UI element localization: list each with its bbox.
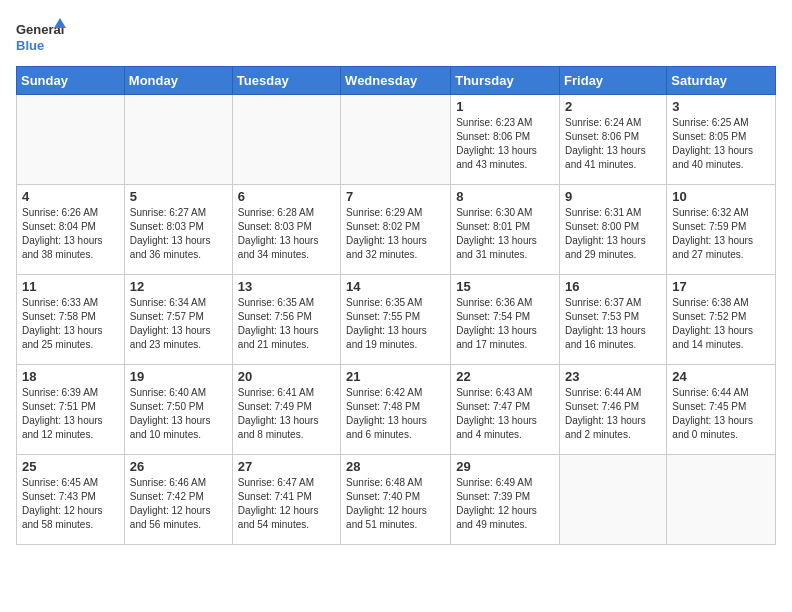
day-number: 8 xyxy=(456,189,554,204)
calendar-week-row: 11Sunrise: 6:33 AMSunset: 7:58 PMDayligh… xyxy=(17,275,776,365)
day-number: 7 xyxy=(346,189,445,204)
day-number: 21 xyxy=(346,369,445,384)
day-info: Sunrise: 6:23 AMSunset: 8:06 PMDaylight:… xyxy=(456,116,554,172)
day-info: Sunrise: 6:41 AMSunset: 7:49 PMDaylight:… xyxy=(238,386,335,442)
day-info: Sunrise: 6:36 AMSunset: 7:54 PMDaylight:… xyxy=(456,296,554,352)
day-of-week-header: Tuesday xyxy=(232,67,340,95)
day-number: 15 xyxy=(456,279,554,294)
calendar-cell: 14Sunrise: 6:35 AMSunset: 7:55 PMDayligh… xyxy=(341,275,451,365)
calendar-cell: 19Sunrise: 6:40 AMSunset: 7:50 PMDayligh… xyxy=(124,365,232,455)
calendar-cell: 22Sunrise: 6:43 AMSunset: 7:47 PMDayligh… xyxy=(451,365,560,455)
calendar-cell: 6Sunrise: 6:28 AMSunset: 8:03 PMDaylight… xyxy=(232,185,340,275)
calendar-cell: 13Sunrise: 6:35 AMSunset: 7:56 PMDayligh… xyxy=(232,275,340,365)
day-number: 11 xyxy=(22,279,119,294)
calendar-cell: 1Sunrise: 6:23 AMSunset: 8:06 PMDaylight… xyxy=(451,95,560,185)
day-of-week-header: Saturday xyxy=(667,67,776,95)
day-number: 16 xyxy=(565,279,661,294)
calendar-cell xyxy=(232,95,340,185)
day-info: Sunrise: 6:24 AMSunset: 8:06 PMDaylight:… xyxy=(565,116,661,172)
calendar-cell: 12Sunrise: 6:34 AMSunset: 7:57 PMDayligh… xyxy=(124,275,232,365)
day-info: Sunrise: 6:31 AMSunset: 8:00 PMDaylight:… xyxy=(565,206,661,262)
calendar-cell: 20Sunrise: 6:41 AMSunset: 7:49 PMDayligh… xyxy=(232,365,340,455)
day-info: Sunrise: 6:42 AMSunset: 7:48 PMDaylight:… xyxy=(346,386,445,442)
day-info: Sunrise: 6:33 AMSunset: 7:58 PMDaylight:… xyxy=(22,296,119,352)
day-number: 14 xyxy=(346,279,445,294)
calendar-cell: 4Sunrise: 6:26 AMSunset: 8:04 PMDaylight… xyxy=(17,185,125,275)
day-info: Sunrise: 6:47 AMSunset: 7:41 PMDaylight:… xyxy=(238,476,335,532)
day-info: Sunrise: 6:40 AMSunset: 7:50 PMDaylight:… xyxy=(130,386,227,442)
calendar-cell: 7Sunrise: 6:29 AMSunset: 8:02 PMDaylight… xyxy=(341,185,451,275)
day-number: 20 xyxy=(238,369,335,384)
day-number: 12 xyxy=(130,279,227,294)
day-number: 18 xyxy=(22,369,119,384)
calendar-cell: 16Sunrise: 6:37 AMSunset: 7:53 PMDayligh… xyxy=(560,275,667,365)
day-info: Sunrise: 6:44 AMSunset: 7:45 PMDaylight:… xyxy=(672,386,770,442)
calendar-cell: 3Sunrise: 6:25 AMSunset: 8:05 PMDaylight… xyxy=(667,95,776,185)
calendar-week-row: 1Sunrise: 6:23 AMSunset: 8:06 PMDaylight… xyxy=(17,95,776,185)
calendar: SundayMondayTuesdayWednesdayThursdayFrid… xyxy=(16,66,776,545)
calendar-cell: 10Sunrise: 6:32 AMSunset: 7:59 PMDayligh… xyxy=(667,185,776,275)
day-info: Sunrise: 6:45 AMSunset: 7:43 PMDaylight:… xyxy=(22,476,119,532)
day-of-week-header: Thursday xyxy=(451,67,560,95)
day-number: 4 xyxy=(22,189,119,204)
day-number: 6 xyxy=(238,189,335,204)
day-info: Sunrise: 6:27 AMSunset: 8:03 PMDaylight:… xyxy=(130,206,227,262)
day-info: Sunrise: 6:35 AMSunset: 7:56 PMDaylight:… xyxy=(238,296,335,352)
calendar-cell: 27Sunrise: 6:47 AMSunset: 7:41 PMDayligh… xyxy=(232,455,340,545)
header: General Blue xyxy=(16,16,776,58)
svg-text:Blue: Blue xyxy=(16,38,44,53)
calendar-week-row: 18Sunrise: 6:39 AMSunset: 7:51 PMDayligh… xyxy=(17,365,776,455)
calendar-week-row: 4Sunrise: 6:26 AMSunset: 8:04 PMDaylight… xyxy=(17,185,776,275)
day-number: 28 xyxy=(346,459,445,474)
day-info: Sunrise: 6:46 AMSunset: 7:42 PMDaylight:… xyxy=(130,476,227,532)
calendar-cell: 23Sunrise: 6:44 AMSunset: 7:46 PMDayligh… xyxy=(560,365,667,455)
day-info: Sunrise: 6:34 AMSunset: 7:57 PMDaylight:… xyxy=(130,296,227,352)
day-number: 13 xyxy=(238,279,335,294)
calendar-cell: 29Sunrise: 6:49 AMSunset: 7:39 PMDayligh… xyxy=(451,455,560,545)
day-number: 22 xyxy=(456,369,554,384)
day-info: Sunrise: 6:48 AMSunset: 7:40 PMDaylight:… xyxy=(346,476,445,532)
calendar-header-row: SundayMondayTuesdayWednesdayThursdayFrid… xyxy=(17,67,776,95)
day-of-week-header: Wednesday xyxy=(341,67,451,95)
day-info: Sunrise: 6:39 AMSunset: 7:51 PMDaylight:… xyxy=(22,386,119,442)
calendar-cell xyxy=(17,95,125,185)
day-number: 5 xyxy=(130,189,227,204)
calendar-cell: 8Sunrise: 6:30 AMSunset: 8:01 PMDaylight… xyxy=(451,185,560,275)
day-number: 29 xyxy=(456,459,554,474)
day-info: Sunrise: 6:28 AMSunset: 8:03 PMDaylight:… xyxy=(238,206,335,262)
day-of-week-header: Monday xyxy=(124,67,232,95)
day-number: 10 xyxy=(672,189,770,204)
day-number: 23 xyxy=(565,369,661,384)
calendar-cell: 26Sunrise: 6:46 AMSunset: 7:42 PMDayligh… xyxy=(124,455,232,545)
day-info: Sunrise: 6:37 AMSunset: 7:53 PMDaylight:… xyxy=(565,296,661,352)
calendar-cell: 5Sunrise: 6:27 AMSunset: 8:03 PMDaylight… xyxy=(124,185,232,275)
calendar-cell: 2Sunrise: 6:24 AMSunset: 8:06 PMDaylight… xyxy=(560,95,667,185)
day-number: 26 xyxy=(130,459,227,474)
calendar-cell xyxy=(124,95,232,185)
day-number: 25 xyxy=(22,459,119,474)
calendar-cell: 21Sunrise: 6:42 AMSunset: 7:48 PMDayligh… xyxy=(341,365,451,455)
calendar-cell: 24Sunrise: 6:44 AMSunset: 7:45 PMDayligh… xyxy=(667,365,776,455)
day-number: 19 xyxy=(130,369,227,384)
day-info: Sunrise: 6:29 AMSunset: 8:02 PMDaylight:… xyxy=(346,206,445,262)
day-number: 24 xyxy=(672,369,770,384)
day-number: 2 xyxy=(565,99,661,114)
day-number: 1 xyxy=(456,99,554,114)
logo: General Blue xyxy=(16,16,66,58)
calendar-cell: 11Sunrise: 6:33 AMSunset: 7:58 PMDayligh… xyxy=(17,275,125,365)
day-number: 17 xyxy=(672,279,770,294)
calendar-cell xyxy=(560,455,667,545)
calendar-cell: 9Sunrise: 6:31 AMSunset: 8:00 PMDaylight… xyxy=(560,185,667,275)
day-info: Sunrise: 6:30 AMSunset: 8:01 PMDaylight:… xyxy=(456,206,554,262)
logo-svg: General Blue xyxy=(16,16,66,58)
calendar-cell: 17Sunrise: 6:38 AMSunset: 7:52 PMDayligh… xyxy=(667,275,776,365)
day-number: 27 xyxy=(238,459,335,474)
day-info: Sunrise: 6:38 AMSunset: 7:52 PMDaylight:… xyxy=(672,296,770,352)
day-info: Sunrise: 6:44 AMSunset: 7:46 PMDaylight:… xyxy=(565,386,661,442)
day-info: Sunrise: 6:32 AMSunset: 7:59 PMDaylight:… xyxy=(672,206,770,262)
day-number: 9 xyxy=(565,189,661,204)
day-number: 3 xyxy=(672,99,770,114)
calendar-cell xyxy=(667,455,776,545)
day-info: Sunrise: 6:43 AMSunset: 7:47 PMDaylight:… xyxy=(456,386,554,442)
calendar-cell: 18Sunrise: 6:39 AMSunset: 7:51 PMDayligh… xyxy=(17,365,125,455)
